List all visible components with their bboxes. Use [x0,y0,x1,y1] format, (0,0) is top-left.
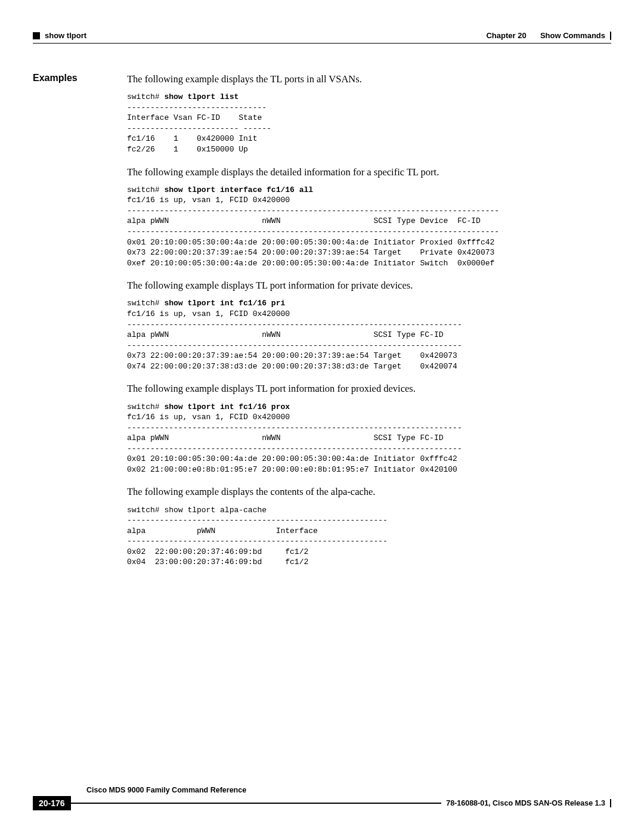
example2-body: fc1/16 is up, vsan 1, FCID 0x420000 ----… [127,196,499,267]
footer-book-title: Cisco MDS 9000 Family Command Reference [33,786,611,794]
examples-row: Examples The following example displays … [33,73,611,578]
example2-code: switch# show tlport interface fc1/16 all… [127,185,611,268]
example5-code: switch# show tlport alpa-cache ---------… [127,505,611,568]
example1-code: switch# show tlport list ---------------… [127,92,611,154]
example3-cmd: show tlport int fc1/16 pri [164,299,285,308]
example4-cmd: show tlport int fc1/16 prox [164,402,290,411]
example5-body: switch# show tlport alpa-cache ---------… [127,506,388,567]
example5-desc: The following example displays the conte… [127,485,611,498]
page-number-badge: 20-176 [33,796,71,810]
footer-docid: 78-16088-01, Cisco MDS SAN-OS Release 1.… [446,799,611,807]
example1-cmd: show tlport list [164,92,239,101]
chapter-number: Chapter 20 [486,31,526,40]
example1-desc: The following example displays the TL po… [127,73,611,86]
example3-desc: The following example displays TL port i… [127,279,611,292]
example4-desc: The following example displays TL port i… [127,382,611,395]
footer-bar-icon [610,799,611,807]
page-header: show tlport Chapter 20 Show Commands [33,31,611,40]
header-command-name: show tlport [45,31,86,40]
example2-prompt: switch# [127,185,164,194]
header-left: show tlport [33,31,86,40]
header-right: Chapter 20 Show Commands [486,31,611,40]
section-label: Examples [33,73,98,578]
chapter-divider [531,31,535,40]
example1-body: ------------------------------ Interface… [127,103,271,154]
main-column: The following example displays the TL po… [127,73,611,578]
example4-prompt: switch# [127,402,164,411]
page-footer: Cisco MDS 9000 Family Command Reference … [33,786,611,810]
chapter-title: Show Commands [540,31,605,40]
example3-body: fc1/16 is up, vsan 1, FCID 0x420000 ----… [127,309,462,371]
header-marker-icon [33,32,40,39]
example4-code: switch# show tlport int fc1/16 prox fc1/… [127,402,611,475]
example3-prompt: switch# [127,299,164,308]
example3-code: switch# show tlport int fc1/16 pri fc1/1… [127,298,611,371]
example2-desc: The following example displays the detai… [127,166,611,179]
header-rule [33,43,611,44]
example1-prompt: switch# [127,92,164,101]
header-bar-icon [610,32,611,40]
example2-cmd: show tlport interface fc1/16 all [164,185,313,194]
footer-docid-text: 78-16088-01, Cisco MDS SAN-OS Release 1.… [446,799,605,807]
content-area: Examples The following example displays … [33,73,611,581]
footer-rule [71,803,442,804]
footer-bar: 20-176 78-16088-01, Cisco MDS SAN-OS Rel… [33,796,611,810]
example4-body: fc1/16 is up, vsan 1, FCID 0x420000 ----… [127,413,462,474]
